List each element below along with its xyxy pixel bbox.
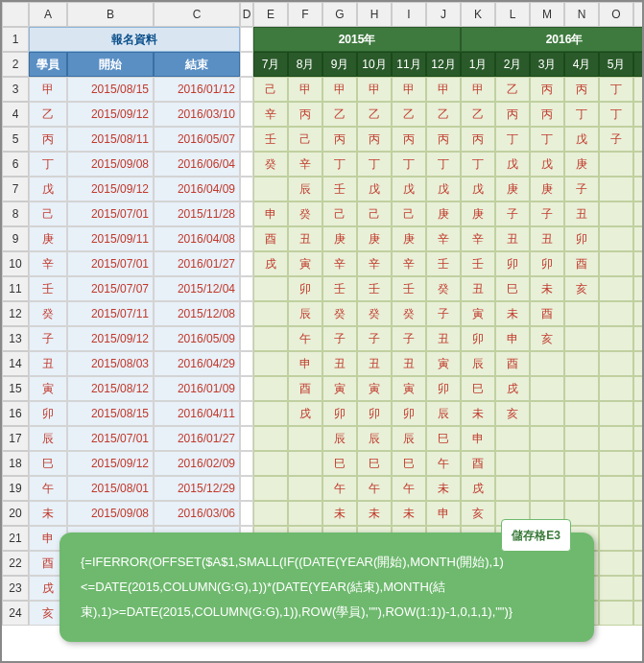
student-17[interactable]: 辰 [29,426,67,451]
data-16-5[interactable]: 辰 [426,401,461,426]
start-3[interactable]: 2015/08/15 [67,77,154,102]
data-20-10[interactable] [599,501,633,526]
row-1[interactable]: 1 [2,27,29,52]
data-8-4[interactable]: 己 [392,201,426,226]
data-14-11[interactable] [633,351,644,376]
data-9-11[interactable] [633,226,644,251]
data-12-11[interactable] [633,301,644,326]
student-18[interactable]: 巳 [29,451,67,476]
data-22-11[interactable] [633,551,644,576]
start-8[interactable]: 2015/07/01 [67,201,154,226]
row-18[interactable]: 18 [2,451,29,476]
data-10-1[interactable]: 寅 [288,251,322,276]
row-9[interactable]: 9 [2,226,29,251]
data-9-8[interactable]: 丑 [530,226,564,251]
data-18-6[interactable]: 酉 [461,451,495,476]
row-5[interactable]: 5 [2,127,29,152]
row-19[interactable]: 19 [2,476,29,501]
data-8-11[interactable] [633,201,644,226]
data-5-7[interactable]: 丁 [495,127,530,152]
data-17-10[interactable] [599,426,633,451]
end-5[interactable]: 2016/05/07 [154,127,240,152]
data-13-10[interactable] [599,326,633,351]
data-16-11[interactable] [633,401,644,426]
data-4-8[interactable]: 丙 [530,102,564,127]
data-4-0[interactable]: 辛 [253,102,288,127]
col-K[interactable]: K [461,2,495,27]
data-7-11[interactable] [633,177,644,201]
data-17-3[interactable]: 辰 [357,426,392,451]
data-8-0[interactable]: 申 [253,201,288,226]
data-7-1[interactable]: 辰 [288,177,322,201]
start-18[interactable]: 2015/09/12 [67,451,154,476]
data-19-9[interactable] [564,476,599,501]
data-5-11[interactable] [633,127,644,152]
data-20-0[interactable] [253,501,288,526]
data-14-1[interactable]: 申 [288,351,322,376]
data-7-7[interactable]: 庚 [495,177,530,201]
data-10-6[interactable]: 壬 [461,251,495,276]
student-5[interactable]: 丙 [29,127,67,152]
data-19-7[interactable] [495,476,530,501]
data-10-0[interactable]: 戌 [253,251,288,276]
data-18-11[interactable] [633,451,644,476]
data-3-11[interactable]: 丁 [633,77,644,102]
data-7-9[interactable]: 子 [564,177,599,201]
data-14-8[interactable] [530,351,564,376]
col-A[interactable]: A [29,2,67,27]
data-6-6[interactable]: 丁 [461,152,495,177]
data-14-9[interactable] [564,351,599,376]
data-16-1[interactable]: 戌 [288,401,322,426]
data-14-6[interactable]: 辰 [461,351,495,376]
start-11[interactable]: 2015/07/07 [67,276,154,301]
data-8-6[interactable]: 庚 [461,201,495,226]
start-6[interactable]: 2015/09/08 [67,152,154,177]
data-10-3[interactable]: 辛 [357,251,392,276]
data-10-8[interactable]: 卯 [530,251,564,276]
data-12-2[interactable]: 癸 [322,301,357,326]
col-J[interactable]: J [426,2,461,27]
end-18[interactable]: 2016/02/09 [154,451,240,476]
end-13[interactable]: 2016/05/09 [154,326,240,351]
row-6[interactable]: 6 [2,152,29,177]
data-15-3[interactable]: 寅 [357,376,392,401]
row-15[interactable]: 15 [2,376,29,401]
data-16-3[interactable]: 卯 [357,401,392,426]
data-13-5[interactable]: 丑 [426,326,461,351]
data-6-4[interactable]: 丁 [392,152,426,177]
start-12[interactable]: 2015/07/11 [67,301,154,326]
data-23-10[interactable] [599,576,633,601]
data-18-8[interactable] [530,451,564,476]
data-9-7[interactable]: 丑 [495,226,530,251]
row-13[interactable]: 13 [2,326,29,351]
data-13-3[interactable]: 子 [357,326,392,351]
data-13-4[interactable]: 子 [392,326,426,351]
data-6-0[interactable]: 癸 [253,152,288,177]
row-24[interactable]: 24 [2,601,29,626]
data-9-6[interactable]: 辛 [461,226,495,251]
end-10[interactable]: 2016/01/27 [154,251,240,276]
data-15-7[interactable]: 戌 [495,376,530,401]
data-14-4[interactable]: 丑 [392,351,426,376]
data-20-5[interactable]: 申 [426,501,461,526]
data-12-10[interactable] [599,301,633,326]
data-11-7[interactable]: 巳 [495,276,530,301]
data-15-10[interactable] [599,376,633,401]
data-13-6[interactable]: 卯 [461,326,495,351]
data-6-8[interactable]: 戊 [530,152,564,177]
col-P[interactable]: P [633,2,644,27]
data-4-6[interactable]: 乙 [461,102,495,127]
data-3-0[interactable]: 己 [253,77,288,102]
data-4-5[interactable]: 乙 [426,102,461,127]
data-19-6[interactable]: 戌 [461,476,495,501]
data-15-1[interactable]: 酉 [288,376,322,401]
student-16[interactable]: 卯 [29,401,67,426]
data-7-0[interactable] [253,177,288,201]
data-17-0[interactable] [253,426,288,451]
data-11-0[interactable] [253,276,288,301]
data-17-11[interactable] [633,426,644,451]
data-11-10[interactable] [599,276,633,301]
data-19-0[interactable] [253,476,288,501]
data-21-10[interactable] [599,526,633,551]
data-13-1[interactable]: 午 [288,326,322,351]
